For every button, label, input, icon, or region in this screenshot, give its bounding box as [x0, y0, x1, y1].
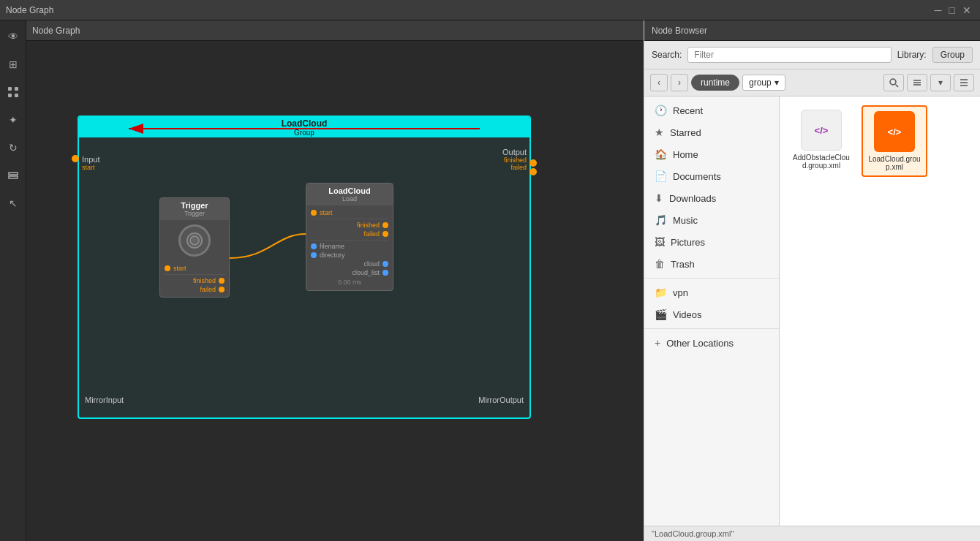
library-label: Library: — [897, 50, 927, 60]
sidebar-item-documents[interactable]: 📄 Documents — [644, 165, 779, 187]
sidebar-label-starred: Starred — [670, 127, 701, 138]
grid-item-addobstacle[interactable]: </> AddObstacleCloud.group.xml — [788, 105, 854, 177]
menu-button[interactable] — [954, 74, 974, 91]
loadcloud-dot-cloud — [382, 261, 388, 267]
status-text: "LoadCloud.group.xml" — [652, 529, 734, 538]
sidebar-item-trash[interactable]: 🗑 Trash — [644, 253, 779, 275]
group-button[interactable]: Group — [932, 47, 973, 63]
trigger-dot-start — [165, 265, 170, 271]
crosshair-icon[interactable]: ✦ — [3, 110, 23, 130]
output-connector-failed — [529, 168, 537, 175]
layers-icon[interactable] — [3, 165, 23, 186]
loadcloud-port-start: start — [311, 208, 388, 217]
sidebar-item-vpn[interactable]: 📁 vpn — [644, 281, 779, 303]
search-label: Search: — [652, 50, 682, 60]
connection-svg — [79, 117, 529, 417]
loadcloud-dot-failed — [382, 231, 388, 237]
svg-rect-3 — [15, 94, 18, 97]
grid-label-addobstacle: AddObstacleCloud.group.xml — [793, 154, 850, 170]
trigger-title: Trigger — [166, 201, 223, 210]
grid-item-loadcloud[interactable]: </> LoadCloud.group.xml — [862, 105, 927, 177]
minimize-button[interactable]: ─ — [932, 4, 945, 16]
loadcloud-port-cloud-list: cloud_list — [311, 268, 388, 277]
sidebar-label-documents: Documents — [673, 171, 721, 182]
left-sidebar: 👁 ⊞ ✦ ↻ ↖ — [0, 20, 26, 541]
group-title: LoadCloud — [282, 118, 328, 129]
xml-icon-loadcloud: </> — [874, 111, 915, 152]
search-input[interactable] — [687, 47, 891, 63]
nav-group-dropdown[interactable]: group ▾ — [742, 75, 785, 91]
status-bar: "LoadCloud.group.xml" — [644, 526, 980, 541]
sidebar-item-pictures[interactable]: 🖼 Pictures — [644, 231, 779, 253]
loadcloud-subtitle: Load — [312, 195, 387, 203]
node-graph-title: Node Graph — [32, 26, 80, 36]
app-title: Node Graph — [6, 5, 53, 15]
recent-icon: 🕐 — [655, 105, 667, 116]
music-icon: 🎵 — [655, 214, 667, 226]
output-connector-finished — [529, 159, 537, 167]
panel-content: 🕐 Recent ★ Starred 🏠 Home 📄 Documents ⬇ — [644, 97, 980, 526]
loadcloud-port-failed: failed — [311, 230, 388, 238]
input-start-label: start — [82, 164, 95, 171]
node-icon[interactable] — [3, 82, 23, 102]
hamburger-icon — [959, 77, 969, 88]
trigger-node[interactable]: Trigger Trigger start fin — [159, 197, 230, 298]
starred-icon: ★ — [655, 126, 664, 138]
loadcloud-timing: 0.00 ms — [311, 277, 388, 287]
vpn-icon: 📁 — [655, 287, 667, 298]
sidebar-item-videos[interactable]: 🎬 Videos — [644, 303, 779, 325]
sidebar-label-home: Home — [673, 149, 698, 160]
sidebar-label-vpn: vpn — [673, 287, 688, 298]
cursor-icon[interactable]: ↖ — [3, 193, 23, 213]
svg-rect-5 — [9, 176, 18, 178]
sidebar-item-downloads[interactable]: ⬇ Downloads — [644, 187, 779, 209]
xml-icon-addobstacle: </> — [801, 110, 842, 151]
search-bar: Search: Library: Group — [644, 41, 980, 69]
loadcloud-dot-directory — [311, 252, 317, 258]
search-icon — [889, 77, 899, 88]
trigger-body: start finished failed — [160, 261, 229, 297]
sidebar-label-trash: Trash — [671, 259, 695, 270]
loadcloud-port-finished: finished — [311, 221, 388, 230]
nav-back-button[interactable]: ‹ — [650, 74, 668, 91]
sidebar-item-recent[interactable]: 🕐 Recent — [644, 99, 779, 121]
sidebar-item-other-locations[interactable]: + Other Locations — [644, 332, 779, 354]
list-view-button[interactable] — [907, 74, 927, 91]
file-grid: </> AddObstacleCloud.group.xml </> LoadC… — [780, 97, 980, 526]
loadcloud-node[interactable]: LoadCloud Load start finished failed — [306, 183, 393, 291]
sidebar-item-home[interactable]: 🏠 Home — [644, 143, 779, 165]
close-button[interactable]: ✕ — [960, 4, 974, 16]
input-label: Input — [82, 155, 99, 164]
maximize-button[interactable]: □ — [946, 4, 958, 16]
sidebar-item-starred[interactable]: ★ Starred — [644, 121, 779, 143]
node-graph: Node Graph LoadCloud Group Input start O… — [26, 20, 644, 541]
sidebar-item-music[interactable]: 🎵 Music — [644, 209, 779, 231]
right-panel: Node Browser Search: Library: Group ‹ › … — [644, 20, 980, 541]
window-controls[interactable]: ─ □ ✕ — [932, 4, 974, 16]
input-connector — [72, 155, 79, 162]
output-finished-label: finished — [504, 156, 527, 164]
other-locations-icon: + — [655, 337, 660, 349]
loadcloud-port-filename: filename — [311, 242, 388, 251]
trigger-circle — [178, 224, 211, 257]
svg-line-11 — [896, 85, 899, 88]
svg-rect-0 — [8, 87, 12, 91]
pictures-icon: 🖼 — [655, 236, 665, 248]
more-options-button[interactable]: ▾ — [930, 74, 951, 91]
trash-icon: 🗑 — [655, 258, 665, 270]
mirror-output-label: MirrorOutput — [478, 393, 524, 406]
trigger-header: Trigger Trigger — [160, 198, 229, 220]
refresh-icon[interactable]: ↻ — [3, 137, 23, 158]
videos-icon: 🎬 — [655, 309, 667, 320]
nav-bar: ‹ › runtime group ▾ — [644, 69, 980, 97]
group-box: LoadCloud Group Input start Output finis… — [78, 116, 531, 419]
trigger-dot-finished — [219, 278, 225, 284]
nav-forward-button[interactable]: › — [671, 74, 688, 91]
search-icon-button[interactable] — [883, 74, 904, 91]
grid-icon[interactable]: ⊞ — [3, 54, 23, 75]
trigger-subtitle: Trigger — [166, 210, 223, 217]
eye-icon[interactable]: 👁 — [3, 26, 23, 47]
svg-rect-4 — [9, 173, 18, 175]
nav-runtime-pill[interactable]: runtime — [691, 75, 739, 91]
sidebar-divider-2 — [644, 328, 779, 329]
